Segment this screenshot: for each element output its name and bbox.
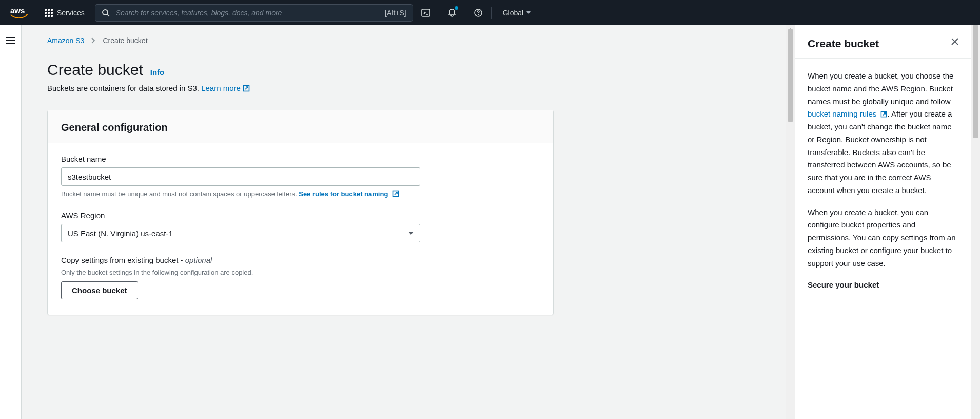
bucket-name-hint-text: Bucket name must be unique and must not … xyxy=(61,190,299,198)
svg-line-1 xyxy=(107,14,109,16)
search-icon xyxy=(102,9,110,17)
help-paragraph-1: When you create a bucket, you choose the… xyxy=(808,70,959,197)
svg-point-0 xyxy=(103,10,108,15)
breadcrumb-root-link[interactable]: Amazon S3 xyxy=(47,36,84,45)
nav-search[interactable]: [Alt+S] xyxy=(95,4,413,22)
panel-header: General configuration xyxy=(48,110,553,143)
help-panel-scrollbar[interactable] xyxy=(971,25,980,419)
close-icon xyxy=(951,37,959,46)
left-nav-strip xyxy=(0,25,22,419)
cloudshell-button[interactable] xyxy=(413,0,439,25)
page-title: Create bucket xyxy=(47,61,143,79)
search-input[interactable] xyxy=(116,9,380,17)
bucket-naming-rules-link[interactable]: See rules for bucket naming xyxy=(299,190,399,198)
bucket-name-label: Bucket name xyxy=(61,155,540,163)
help-panel-body: When you create a bucket, you choose the… xyxy=(795,59,971,312)
top-nav: aws Services [Alt+S] Global xyxy=(0,0,980,25)
bucket-name-input[interactable] xyxy=(61,167,420,186)
nav-divider xyxy=(36,7,36,19)
help-p1-link-text: bucket naming rules xyxy=(808,109,876,118)
help-circle-icon xyxy=(474,8,483,17)
help-button[interactable] xyxy=(465,0,491,25)
main-content: Amazon S3 Create bucket Create bucket In… xyxy=(22,25,795,419)
breadcrumb-current: Create bucket xyxy=(103,36,147,45)
aws-region-selected-value: US East (N. Virginia) us-east-1 xyxy=(68,229,173,238)
notification-dot-icon xyxy=(455,6,458,10)
help-panel: Create bucket When you create a bucket, … xyxy=(795,25,971,419)
panel-header-title: General configuration xyxy=(61,122,540,134)
main-scrollbar[interactable] xyxy=(786,25,795,419)
svg-point-5 xyxy=(478,14,479,15)
learn-more-text: Learn more xyxy=(201,84,241,92)
page-subtitle: Buckets are containers for data stored i… xyxy=(47,84,764,92)
help-p1-post: . After you create a bucket, you can't c… xyxy=(808,109,952,195)
chevron-down-icon xyxy=(526,11,531,14)
services-label: Services xyxy=(57,9,85,17)
search-shortcut-hint: [Alt+S] xyxy=(385,9,406,17)
subtitle-text: Buckets are containers for data stored i… xyxy=(47,84,201,92)
bucket-name-hint: Bucket name must be unique and must not … xyxy=(61,190,540,198)
services-grid-icon xyxy=(45,9,53,17)
aws-region-select[interactable]: US East (N. Virginia) us-east-1 xyxy=(61,224,420,242)
open-sidebar-button[interactable] xyxy=(6,36,16,45)
info-link[interactable]: Info xyxy=(150,68,165,77)
external-link-icon xyxy=(243,85,250,92)
region-selector[interactable]: Global xyxy=(492,0,542,25)
optional-label: optional xyxy=(185,256,212,264)
nav-divider xyxy=(542,7,542,19)
breadcrumb: Amazon S3 Create bucket xyxy=(47,36,764,45)
external-link-icon xyxy=(880,111,887,118)
help-bucket-naming-rules-link[interactable]: bucket naming rules xyxy=(808,109,887,118)
help-subheading-secure: Secure your bucket xyxy=(808,279,959,292)
help-p1-pre: When you create a bucket, you choose the… xyxy=(808,71,953,106)
copy-settings-label-text: Copy settings from existing bucket - xyxy=(61,256,185,264)
copy-settings-label: Copy settings from existing bucket - opt… xyxy=(61,256,540,264)
bucket-naming-rules-text: See rules for bucket naming xyxy=(299,190,388,198)
scrollbar-thumb[interactable] xyxy=(973,25,978,138)
external-link-icon xyxy=(392,190,399,197)
notifications-button[interactable] xyxy=(439,0,465,25)
chevron-down-icon xyxy=(408,232,414,235)
aws-region-label: AWS Region xyxy=(61,211,540,220)
chevron-right-icon xyxy=(91,37,95,44)
hamburger-icon xyxy=(6,36,16,45)
scrollbar-thumb[interactable] xyxy=(788,29,793,122)
copy-settings-hint: Only the bucket settings in the followin… xyxy=(61,269,540,276)
close-help-panel-button[interactable] xyxy=(951,37,959,46)
general-configuration-panel: General configuration Bucket name Bucket… xyxy=(47,110,554,315)
choose-bucket-button[interactable]: Choose bucket xyxy=(61,281,138,299)
help-paragraph-2: When you create a bucket, you can config… xyxy=(808,206,959,270)
help-panel-title: Create bucket xyxy=(808,37,879,50)
region-label: Global xyxy=(503,9,523,17)
services-button[interactable]: Services xyxy=(37,0,92,25)
learn-more-link[interactable]: Learn more xyxy=(201,84,250,92)
cloudshell-icon xyxy=(421,8,431,18)
aws-logo[interactable]: aws xyxy=(0,0,35,25)
